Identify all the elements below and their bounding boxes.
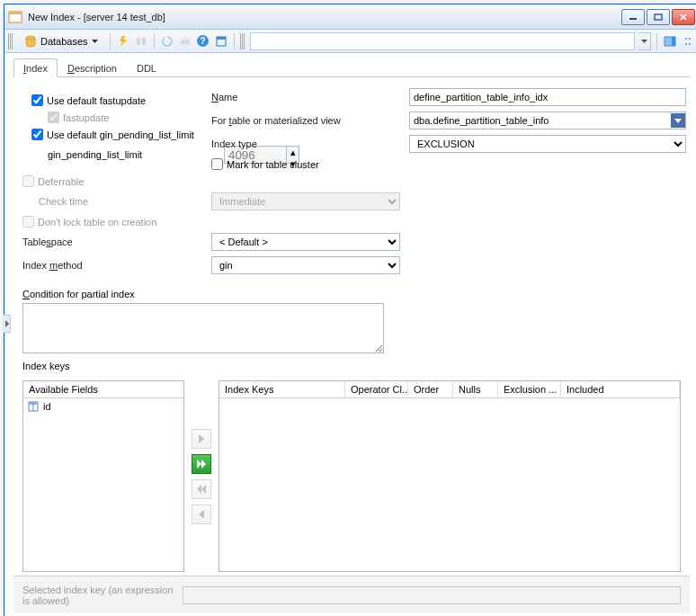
- minimize-button[interactable]: [621, 9, 645, 25]
- list-item[interactable]: id: [23, 398, 183, 415]
- footer: Selected index key (an expression is all…: [13, 576, 690, 613]
- databases-label: Databases: [40, 36, 88, 47]
- window-title: New Index - [server 14 test_db]: [28, 12, 621, 22]
- col-index-keys: Index Keys: [219, 381, 345, 397]
- tab-index[interactable]: Index: [13, 58, 58, 77]
- no-lock-checkbox: Don't lock table on creation: [22, 216, 202, 228]
- content-area: Index Description DDL Name Use default f…: [4, 53, 696, 616]
- mark-cluster-checkbox[interactable]: Mark for table cluster: [211, 158, 400, 170]
- check-time-select: Immediate: [211, 192, 400, 210]
- index-method-select[interactable]: gin: [211, 256, 400, 274]
- refresh-icon: [160, 34, 174, 49]
- col-included: Included: [561, 381, 680, 397]
- print-icon: [178, 34, 192, 49]
- tablespace-label: Tablespace: [22, 237, 202, 247]
- expand-icon[interactable]: [681, 34, 695, 49]
- column-icon: [27, 400, 40, 413]
- svg-point-17: [685, 38, 687, 40]
- app-window: New Index - [server 14 test_db] Database…: [4, 4, 696, 616]
- compile-icon: [134, 34, 148, 49]
- deferrable-checkbox: Deferrable: [22, 175, 202, 187]
- condition-textarea[interactable]: [22, 303, 384, 353]
- col-nulls: Nulls: [453, 381, 498, 397]
- svg-rect-16: [672, 37, 675, 46]
- col-order: Order: [408, 381, 453, 397]
- name-input[interactable]: [409, 88, 686, 106]
- check-time-label: Check time: [22, 196, 202, 207]
- tab-description[interactable]: Description: [58, 58, 127, 77]
- svg-rect-9: [183, 37, 188, 40]
- fastupdate-checkbox: fastupdate: [48, 112, 202, 123]
- svg-rect-3: [655, 14, 662, 20]
- svg-point-20: [689, 43, 691, 45]
- databases-dropdown[interactable]: Databases: [18, 32, 104, 50]
- titlebar: New Index - [server 14 test_db]: [4, 4, 696, 30]
- col-operator-class: Operator Cl...: [345, 381, 408, 397]
- tabs: Index Description DDL: [13, 58, 690, 77]
- index-keys-label: Index keys: [22, 361, 690, 371]
- toolbar-grip: [8, 33, 13, 49]
- svg-point-19: [689, 38, 691, 40]
- svg-text:?: ?: [201, 36, 206, 46]
- window-icon: [8, 10, 22, 24]
- close-button[interactable]: [672, 9, 695, 25]
- index-method-label: Index method: [22, 260, 202, 271]
- restore-window-icon[interactable]: [214, 34, 228, 49]
- gin-pending-label: gin_pending_list_limit: [48, 149, 142, 160]
- use-default-gin-checkbox[interactable]: Use default gin_pending_list_limit: [31, 129, 202, 140]
- for-table-label: For table or materialized view: [211, 115, 400, 126]
- condition-label: Condition for partial index: [22, 289, 690, 299]
- col-exclusion: Exclusion ...: [498, 381, 561, 397]
- for-table-combo[interactable]: dba.define_partition_table_info: [409, 112, 686, 129]
- svg-rect-10: [183, 43, 188, 46]
- available-fields-list[interactable]: Available Fields id: [22, 380, 184, 572]
- toolbar-grip: [240, 33, 245, 49]
- selected-key-input: [183, 586, 681, 604]
- remove-one-button: [192, 504, 211, 524]
- svg-rect-14: [217, 37, 226, 40]
- use-default-fastupdate-checkbox[interactable]: Use default fastupdate: [31, 94, 202, 106]
- tablespace-select[interactable]: < Default >: [211, 233, 400, 251]
- toolbar: Databases ?: [4, 30, 696, 53]
- database-icon: [24, 35, 37, 48]
- index-keys-table[interactable]: Index Keys Operator Cl... Order Nulls Ex…: [219, 380, 681, 572]
- remove-all-button: [192, 479, 211, 499]
- name-label: Name: [211, 92, 400, 103]
- svg-rect-6: [137, 38, 140, 45]
- index-type-label: Index type: [211, 138, 400, 149]
- add-one-button: [192, 429, 211, 449]
- side-handle[interactable]: [4, 315, 11, 333]
- toolbar-search-dropdown[interactable]: [638, 32, 651, 50]
- lightning-icon[interactable]: [116, 34, 130, 49]
- svg-rect-1: [9, 12, 22, 14]
- index-type-select[interactable]: EXCLUSION: [409, 135, 686, 153]
- svg-point-18: [685, 43, 687, 45]
- selected-key-label: Selected index key (an expression is all…: [22, 585, 175, 606]
- svg-rect-2: [629, 18, 637, 20]
- add-all-button[interactable]: [192, 454, 211, 474]
- svg-rect-7: [142, 38, 146, 45]
- chevron-down-icon: [92, 40, 98, 43]
- panel-icon[interactable]: [663, 34, 677, 49]
- tab-ddl[interactable]: DDL: [127, 58, 166, 77]
- maximize-button[interactable]: [647, 9, 670, 25]
- help-icon[interactable]: ?: [196, 34, 210, 49]
- toolbar-search-input[interactable]: [250, 32, 635, 50]
- available-fields-header: Available Fields: [23, 381, 183, 398]
